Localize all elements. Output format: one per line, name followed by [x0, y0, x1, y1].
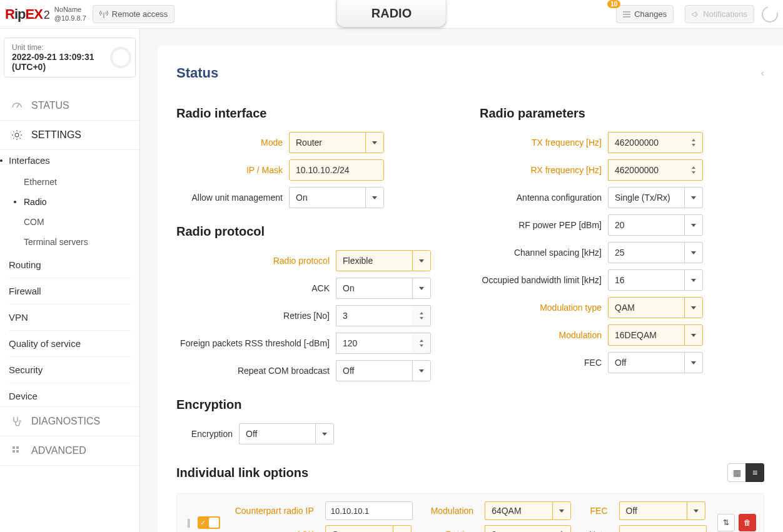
drag-handle-icon[interactable]: ||	[184, 518, 191, 528]
aum-select[interactable]: On	[289, 187, 365, 208]
clock-ring-icon	[110, 47, 131, 68]
logo: RipEX2	[5, 6, 49, 23]
link-ack-dropdown-button[interactable]	[393, 525, 412, 532]
notifications-button[interactable]: Notifications	[685, 5, 754, 23]
status-heading: Status	[176, 65, 218, 81]
svg-rect-5	[16, 450, 19, 453]
rf-power-dropdown-button[interactable]	[684, 214, 703, 236]
svg-rect-2	[13, 446, 15, 449]
list-icon: ≡	[752, 468, 757, 478]
tx-frequency-input[interactable]: 462000000	[608, 132, 684, 153]
channel-spacing-dropdown-button[interactable]	[684, 242, 703, 263]
sidebar-item-interfaces[interactable]: Interfaces	[0, 150, 139, 171]
svg-point-0	[15, 133, 19, 137]
changes-button[interactable]: Changes	[616, 5, 674, 23]
swap-button[interactable]: ⇅	[717, 514, 735, 531]
sidebar-item-qos[interactable]: Quality of service	[0, 333, 139, 354]
retries-stepper[interactable]	[412, 305, 431, 326]
delete-button[interactable]: 🗑	[739, 514, 756, 531]
link-row: || ✓ Counterpart radio IP 10.10.10.1 Mod…	[176, 493, 764, 532]
rss-input[interactable]: 120	[336, 333, 412, 354]
rcb-dropdown-button[interactable]	[412, 360, 431, 381]
fec-select[interactable]: Off	[608, 352, 684, 373]
link-retries-input[interactable]: 3	[485, 525, 552, 532]
channel-spacing-select[interactable]: 25	[608, 242, 684, 263]
nav-diagnostics[interactable]: DIAGNOSTICS	[0, 407, 139, 436]
radio-protocol-heading: Radio protocol	[176, 224, 461, 239]
modulation-type-select[interactable]: QAM	[608, 297, 684, 318]
encryption-dropdown-button[interactable]	[315, 423, 334, 444]
mode-dropdown-button[interactable]	[365, 132, 384, 153]
modulation-type-dropdown-button[interactable]	[684, 297, 703, 318]
sidebar-item-firewall[interactable]: Firewall	[0, 281, 139, 301]
sidebar: Unit time: 2022-09-21 13:09:31 (UTC+0) S…	[0, 29, 140, 532]
ip-mask-input[interactable]: 10.10.10.2/24	[289, 159, 384, 181]
antenna-select[interactable]: Single (Tx/Rx)	[608, 187, 684, 208]
link-modulation-dropdown-button[interactable]	[552, 501, 571, 520]
rss-stepper[interactable]	[412, 333, 431, 354]
aum-dropdown-button[interactable]	[365, 187, 384, 208]
sidebar-item-device[interactable]: Device	[0, 386, 139, 406]
sidebar-item-terminal-servers[interactable]: Terminal servers	[0, 232, 139, 252]
sidebar-item-routing[interactable]: Routing	[0, 254, 139, 275]
sidebar-item-security[interactable]: Security	[0, 359, 139, 380]
antenna-icon	[99, 10, 108, 19]
view-grid-button[interactable]: ▦	[727, 463, 746, 482]
nav-status[interactable]: STATUS	[0, 91, 139, 121]
unit-name: NoName	[54, 6, 86, 14]
modulation-select[interactable]: 16DEQAM	[608, 324, 684, 346]
link-note-input[interactable]	[619, 525, 707, 532]
chevron-left-icon[interactable]: ‹	[761, 68, 764, 79]
encryption-heading: Encryption	[176, 398, 461, 412]
sidebar-item-com[interactable]: COM	[0, 212, 139, 232]
view-list-button[interactable]: ≡	[745, 463, 764, 482]
link-ack-select[interactable]: On	[325, 525, 393, 532]
trash-icon: 🗑	[744, 518, 751, 527]
page-title-tab: RADIO	[336, 0, 447, 28]
rx-frequency-input[interactable]: 462000000	[608, 159, 684, 181]
nav-advanced[interactable]: ADVANCED	[0, 436, 139, 466]
modulation-dropdown-button[interactable]	[684, 324, 703, 346]
sidebar-item-radio[interactable]: Radio	[0, 192, 139, 212]
grid-icon	[11, 445, 23, 456]
sidebar-item-vpn[interactable]: VPN	[0, 307, 139, 328]
counterpart-ip-input[interactable]: 10.10.10.1	[325, 501, 413, 520]
link-enable-toggle[interactable]: ✓	[198, 516, 220, 529]
radio-parameters-heading: Radio parameters	[480, 106, 764, 121]
ack-dropdown-button[interactable]	[412, 278, 431, 299]
unit-time-box: Unit time: 2022-09-21 13:09:31 (UTC+0)	[4, 38, 136, 78]
gear-icon	[11, 129, 23, 141]
link-options-heading: Individual link options	[176, 466, 308, 480]
sidebar-item-ethernet[interactable]: Ethernet	[0, 172, 139, 192]
refresh-icon[interactable]	[759, 3, 781, 26]
gauge-icon	[11, 100, 23, 111]
ack-select[interactable]: On	[336, 278, 412, 299]
radio-protocol-select[interactable]: Flexible	[336, 250, 412, 271]
nav-settings[interactable]: SETTINGS	[0, 121, 139, 150]
grid-icon: ▦	[733, 468, 741, 478]
radio-protocol-dropdown-button[interactable]	[412, 250, 431, 271]
mode-select[interactable]: Router	[289, 132, 365, 153]
rx-frequency-stepper[interactable]	[684, 159, 703, 181]
rcb-select[interactable]: Off	[336, 360, 412, 381]
svg-rect-3	[16, 446, 19, 449]
svg-rect-4	[13, 450, 15, 453]
obl-dropdown-button[interactable]	[684, 269, 703, 291]
stethoscope-icon	[11, 416, 23, 427]
megaphone-icon	[692, 11, 699, 18]
changes-badge: 10	[607, 0, 620, 8]
unit-ip: @10.9.8.7	[54, 14, 86, 23]
link-retries-stepper[interactable]	[552, 525, 571, 532]
obl-select[interactable]: 16	[608, 269, 684, 291]
top-bar: RipEX2 NoName @10.9.8.7 Remote access RA…	[0, 0, 783, 29]
tx-frequency-stepper[interactable]	[684, 132, 703, 153]
link-modulation-select[interactable]: 64QAM	[485, 501, 552, 520]
rf-power-select[interactable]: 20	[608, 214, 684, 236]
remote-access-button[interactable]: Remote access	[93, 5, 175, 23]
fec-dropdown-button[interactable]	[684, 352, 703, 373]
encryption-select[interactable]: Off	[239, 423, 315, 444]
link-fec-dropdown-button[interactable]	[687, 501, 705, 520]
retries-input[interactable]: 3	[336, 305, 412, 326]
link-fec-select[interactable]: Off	[619, 501, 687, 520]
antenna-dropdown-button[interactable]	[684, 187, 703, 208]
